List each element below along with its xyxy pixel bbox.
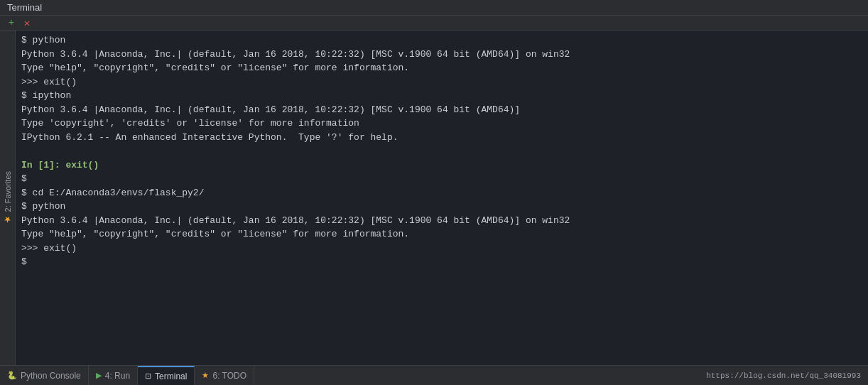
terminal-line: Python 3.6.4 |Anaconda, Inc.| (default, … [21,214,862,228]
terminal-line: $ cd E:/Anaconda3/envs/flask_py2/ [21,186,862,200]
terminal-output[interactable]: $ pythonPython 3.6.4 |Anaconda, Inc.| (d… [16,31,868,365]
terminal-line: Type "help", "copyright", "credits" or "… [21,227,862,242]
main-content: ★ 2: Favorites $ pythonPython 3.6.4 |Ana… [0,31,868,365]
terminal-line: Type "help", "copyright", "credits" or "… [21,61,862,75]
add-tab-button[interactable]: + [6,17,17,28]
terminal-line: $ [21,172,862,186]
run-label: 4: Run [105,371,130,381]
tab-python-console[interactable]: 🐍Python Console [0,366,89,385]
title-bar: Terminal [0,0,868,16]
terminal-line: $ ipython [21,89,862,103]
terminal-line: >>> exit() [21,242,862,256]
terminal-toolbar: + ✕ [0,16,868,31]
tab-todo[interactable]: ★6: TODO [195,366,254,385]
terminal-line: Python 3.6.4 |Anaconda, Inc.| (default, … [21,103,862,117]
tab-terminal[interactable]: ⊡Terminal [138,366,195,385]
python-console-icon: 🐍 [7,371,17,380]
close-tab-button[interactable]: ✕ [21,17,33,28]
sidebar-label: ★ 2: Favorites [3,171,13,224]
terminal-line [21,144,862,158]
terminal-line: $ python [21,200,862,214]
run-icon: ▶ [96,371,102,380]
tab-bar: 🐍Python Console▶4: Run⊡Terminal★6: TODOh… [0,365,868,385]
todo-label: 6: TODO [212,371,246,381]
terminal-line: Python 3.6.4 |Anaconda, Inc.| (default, … [21,48,862,62]
terminal-line: In [1]: exit() [21,158,862,173]
sidebar[interactable]: ★ 2: Favorites [0,31,16,365]
star-icon: ★ [3,215,13,224]
terminal-icon: ⊡ [145,372,151,381]
terminal-line: $ python [21,33,862,48]
todo-icon: ★ [202,371,209,380]
url-display: https://blog.csdn.net/qq_34081993 [699,366,868,385]
terminal-line: >>> exit() [21,75,862,90]
title-label: Terminal [7,2,42,13]
python-console-label: Python Console [21,371,81,381]
terminal-line: Type 'copyright', 'credits' or 'license'… [21,116,862,131]
tab-run[interactable]: ▶4: Run [89,366,138,385]
terminal-line: IPython 6.2.1 -- An enhanced Interactive… [21,131,862,145]
terminal-label: Terminal [155,372,187,381]
terminal-line: $ [21,255,862,269]
